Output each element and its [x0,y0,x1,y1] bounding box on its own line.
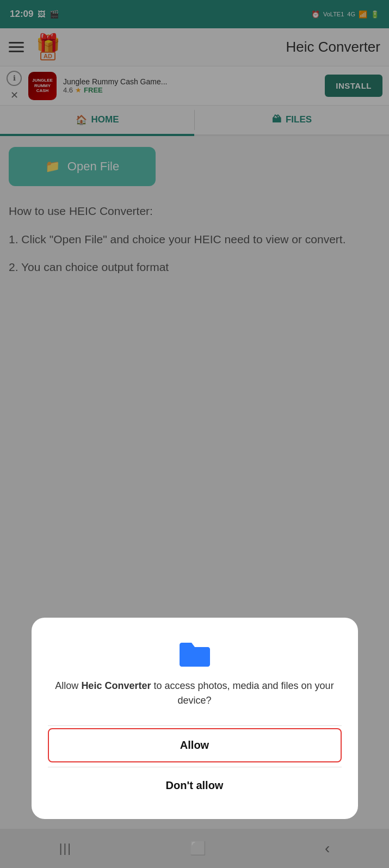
perm-app-name: Heic Converter [81,680,151,691]
permission-message: Allow Heic Converter to access photos, m… [48,679,342,708]
perm-msg-suffix: to access photos, media and files on you… [151,680,334,706]
permission-folder-icon [177,639,212,668]
permission-divider-2 [48,767,342,767]
permission-divider [48,725,342,726]
perm-msg-prefix: Allow [55,680,81,691]
dont-allow-button[interactable]: Don't allow [48,769,342,802]
permission-overlay: Allow Heic Converter to access photos, m… [0,0,389,868]
allow-button[interactable]: Allow [48,728,342,762]
permission-dialog: Allow Heic Converter to access photos, m… [32,618,358,819]
